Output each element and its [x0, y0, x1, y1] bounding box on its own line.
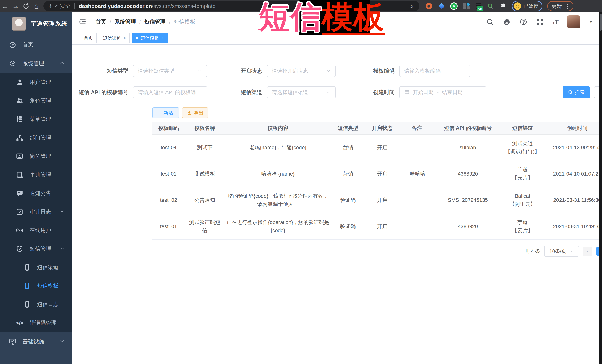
search-icon[interactable] — [486, 18, 494, 26]
template-code-input-box — [399, 65, 470, 77]
extension-ring-icon[interactable] — [425, 2, 433, 10]
chevron-up-icon — [59, 60, 65, 67]
sidebar-item-sms-management[interactable]: 短信管理 — [0, 239, 72, 258]
sidebar-item-sms-channel[interactable]: 短信渠道 — [0, 258, 72, 277]
extension-magnifier-icon[interactable] — [487, 2, 494, 10]
sidebar-toggle-icon[interactable] — [79, 18, 87, 26]
cell-api-id: SMS_207945135 — [434, 187, 502, 213]
extension-drop-icon[interactable] — [438, 2, 445, 10]
cell-created: 2021-03-31 11:56:30 — [543, 187, 602, 213]
table-header-row: 模板编码 模板名称 模板内容 短信类型 开启状态 备注 短信 API 的模板编号… — [152, 122, 602, 135]
sidebar-item-online-users[interactable]: 在线用户 — [0, 221, 72, 239]
users-icon — [16, 97, 24, 105]
close-icon[interactable]: × — [161, 35, 164, 41]
avatar-caret-icon[interactable]: ▼ — [589, 19, 593, 24]
breadcrumb-sms[interactable]: 短信管理 — [144, 18, 166, 26]
security-warning[interactable]: ⚠ 不安全 — [48, 3, 70, 10]
filter-status: 开启状态 请选择开启状态 — [220, 65, 335, 77]
back-icon[interactable]: ← — [0, 1, 10, 11]
api-template-id-input[interactable] — [138, 89, 202, 95]
cell-api-id: 4383920 — [434, 161, 502, 187]
extensions-puzzle-icon[interactable] — [499, 2, 507, 10]
date-range-picker[interactable]: 开始日期 - 结束日期 — [399, 86, 486, 98]
tag-sms-channel[interactable]: 短信渠道 × — [99, 33, 130, 43]
sidebar-item-home[interactable]: 首页 — [0, 35, 72, 54]
add-button[interactable]: + 新增 — [152, 107, 179, 118]
app-logo-row[interactable]: 芋道管理系统 — [0, 12, 72, 35]
search-button[interactable]: 搜索 — [562, 86, 590, 98]
export-button[interactable]: 导出 — [182, 107, 208, 118]
font-size-icon[interactable]: тT — [553, 18, 559, 26]
status-select[interactable]: 请选择开启状态 — [267, 65, 335, 77]
date-start-placeholder: 开始日期 — [413, 89, 434, 96]
page-content: 短信类型 请选择短信类型 开启状态 请选择开启状态 模板编码 — [72, 45, 602, 364]
tag-home[interactable]: 首页 — [80, 33, 97, 43]
github-icon[interactable] — [503, 18, 511, 26]
filter-sms-type: 短信类型 请选择短信类型 — [78, 65, 207, 77]
cell-created: 2021-03-31 10:49:38 — [543, 213, 602, 239]
chevron-down-icon — [197, 69, 202, 73]
sidebar-item-notice[interactable]: 通知公告 — [0, 184, 72, 203]
sidebar-label: 部门管理 — [30, 134, 51, 141]
navbar-actions: тT ▼ — [486, 15, 602, 28]
cell-status: 开启 — [364, 161, 400, 187]
page-size-select[interactable]: 10条/页 — [544, 246, 579, 257]
sidebar-item-dict-management[interactable]: 字典管理 — [0, 166, 72, 184]
filter-label: 短信渠道 — [220, 89, 262, 96]
forward-icon[interactable]: → — [10, 1, 21, 11]
cell-status: 开启 — [364, 135, 400, 161]
prev-page-button[interactable]: ‹ — [583, 247, 592, 256]
extension-list-icon[interactable]: on — [475, 3, 482, 10]
sidebar-item-audit-log[interactable]: 审计日志 — [0, 203, 72, 221]
breadcrumb-home[interactable]: 首页 — [96, 18, 106, 26]
browser-menu-icon[interactable]: ⋮ — [565, 3, 570, 10]
sidebar-label: 错误码管理 — [30, 319, 56, 327]
home-icon[interactable]: ⌂ — [31, 1, 42, 11]
sms-type-select[interactable]: 请选择短信类型 — [133, 65, 207, 77]
chevron-down-icon — [59, 338, 65, 345]
sidebar-item-infrastructure[interactable]: 基础设施 — [0, 332, 72, 351]
close-icon[interactable]: × — [123, 35, 126, 41]
scrollbar-thumb[interactable] — [600, 14, 602, 31]
page-scrollbar[interactable] — [599, 12, 602, 364]
address-bar[interactable]: ⚠ 不安全 dashboard.yudao.iocoder.cn/system/… — [43, 1, 419, 11]
cell-channel: 芋道【云片】 — [502, 213, 543, 239]
extension-y-icon[interactable]: y — [450, 2, 458, 10]
sidebar-item-sms-log[interactable]: 短信日志 — [0, 295, 72, 314]
filter-label: 创建时间 — [352, 89, 395, 96]
breadcrumb-system[interactable]: 系统管理 — [115, 18, 136, 26]
tag-sms-template[interactable]: 短信模板 × — [132, 33, 168, 43]
sidebar: 芋道管理系统 首页 系统管理 用户管理 — [0, 12, 72, 364]
bookmark-star-icon[interactable]: ☆ — [409, 2, 415, 10]
filter-label: 短信 API 的模板编号 — [78, 89, 128, 96]
active-dot — [136, 37, 138, 39]
sidebar-item-user-management[interactable]: 用户管理 — [0, 73, 72, 92]
cell-status: 开启 — [364, 213, 400, 239]
page-url[interactable]: dashboard.yudao.iocoder.cn/system/sms/sm… — [79, 3, 215, 9]
profile-emoji-icon: ☺ — [514, 2, 521, 10]
phone-icon — [23, 282, 31, 290]
fullscreen-icon[interactable] — [536, 18, 544, 26]
sidebar-item-menu-management[interactable]: 菜单管理 — [0, 110, 72, 128]
org-chart-icon — [16, 134, 24, 142]
sidebar-item-system-management[interactable]: 系统管理 — [0, 54, 72, 73]
user-avatar[interactable] — [567, 15, 580, 28]
tags-view-bar: 首页 短信渠道 × 短信模板 × — [72, 31, 602, 45]
shield-check-icon — [16, 245, 24, 253]
reload-icon[interactable] — [21, 1, 31, 11]
update-label: 更新 — [551, 3, 562, 10]
template-code-input[interactable] — [404, 68, 465, 74]
help-icon[interactable] — [519, 18, 527, 26]
sidebar-item-error-code[interactable]: </> 错误码管理 — [0, 314, 72, 332]
channel-select[interactable]: 请选择短信渠道 — [267, 86, 335, 98]
browser-update-chip[interactable]: 更新 ⋮ — [547, 1, 573, 11]
extension-grid-icon[interactable] — [462, 2, 470, 10]
sidebar-item-sms-template[interactable]: 短信模板 — [0, 277, 72, 295]
browser-profile-chip[interactable]: ☺ 已暂停 — [512, 1, 542, 11]
sidebar-item-post-management[interactable]: 岗位管理 — [0, 147, 72, 166]
cell-created: 2021-04-13 00:29:53 — [543, 135, 602, 161]
filter-label: 模板编码 — [352, 67, 395, 75]
sidebar-item-role-management[interactable]: 角色管理 — [0, 92, 72, 110]
sidebar-item-dept-management[interactable]: 部门管理 — [0, 128, 72, 147]
sidebar-label: 菜单管理 — [30, 115, 51, 123]
